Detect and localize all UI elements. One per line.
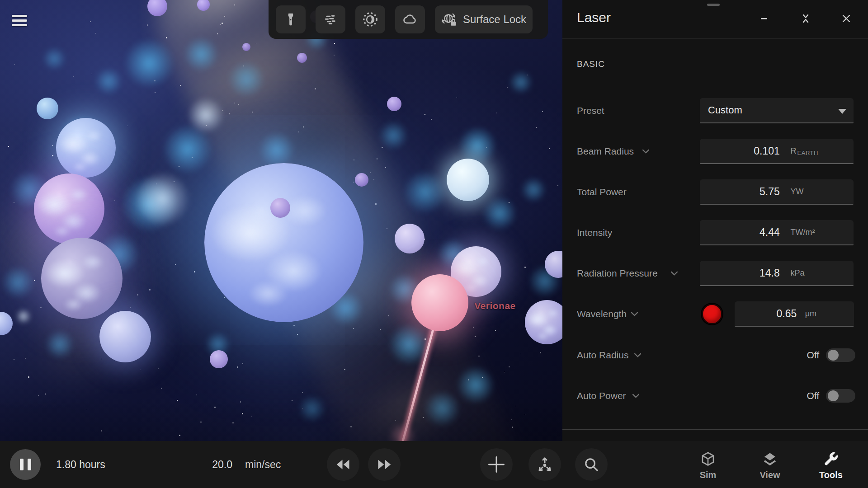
star (101, 430, 102, 432)
auto-power-label: Auto Power (577, 383, 626, 408)
chevron-down-icon[interactable] (631, 311, 638, 317)
glow-blob (292, 262, 330, 300)
laser-beam (401, 303, 441, 444)
move-object-button[interactable] (528, 448, 561, 481)
star (524, 267, 526, 268)
celestial-body[interactable] (147, 0, 167, 16)
cloud-button[interactable] (395, 5, 425, 33)
wavelength-input[interactable]: 0.65 μm (735, 301, 854, 327)
flashlight-button[interactable] (276, 5, 306, 33)
surface-lock-button[interactable]: Surface Lock (435, 5, 533, 33)
celestial-body[interactable] (395, 224, 425, 253)
star (234, 103, 235, 103)
star (475, 336, 476, 337)
view-nav-label: View (760, 470, 780, 480)
radiation-pressure-input[interactable]: 14.8 kPa (700, 261, 854, 286)
star (462, 272, 462, 272)
star (224, 16, 225, 17)
celestial-body[interactable] (297, 53, 307, 63)
star (194, 271, 195, 272)
wavelength-color-swatch[interactable] (702, 304, 722, 324)
star (324, 243, 324, 243)
space-viewport[interactable]: Verionae (0, 0, 562, 488)
preset-dropdown[interactable]: Custom (700, 98, 854, 123)
glow-blob (388, 324, 430, 365)
celestial-body[interactable] (242, 43, 250, 51)
chevron-down-icon[interactable] (670, 270, 678, 277)
celestial-body[interactable] (411, 274, 468, 331)
sim-nav-label: Sim (700, 470, 717, 480)
auto-radius-toggle[interactable] (826, 348, 855, 362)
celestial-body[interactable] (387, 97, 401, 111)
search-button[interactable] (575, 448, 608, 481)
glow-blob (60, 114, 103, 157)
auto-power-toggle[interactable] (826, 389, 855, 403)
laser-tool-panel: Laser BASIC Preset Custom (562, 0, 868, 441)
star (130, 307, 131, 308)
menu-bar (12, 24, 27, 26)
star (370, 172, 371, 173)
glow-blob (482, 196, 517, 230)
chevron-down-icon[interactable] (642, 148, 650, 155)
celestial-body[interactable] (545, 251, 562, 278)
add-object-button[interactable] (480, 448, 513, 481)
speed-up-button[interactable] (368, 448, 401, 481)
sim-nav-button[interactable]: Sim (680, 445, 736, 486)
rotation-ring-button[interactable] (355, 5, 385, 33)
celestial-body[interactable] (37, 98, 58, 119)
minimize-button[interactable] (755, 10, 773, 27)
pause-button[interactable] (10, 449, 41, 480)
celestial-body[interactable] (34, 174, 104, 244)
celestial-body[interactable] (270, 198, 290, 218)
top-toolbar: Surface Lock (269, 0, 548, 39)
slow-down-button[interactable] (327, 448, 359, 481)
beam-radius-input[interactable]: 0.101 REARTH (700, 139, 854, 164)
intensity-value: 4.44 (700, 220, 780, 244)
star (162, 8, 164, 9)
close-button[interactable] (838, 10, 855, 27)
star (536, 127, 537, 127)
close-icon (841, 13, 852, 24)
star (8, 146, 9, 147)
star (527, 75, 528, 76)
collapse-button[interactable] (797, 10, 814, 27)
glow-blob (42, 47, 66, 70)
glow-blob (124, 38, 174, 88)
star (468, 379, 469, 380)
star (354, 160, 355, 161)
star (154, 80, 156, 82)
celestial-body[interactable] (56, 118, 116, 178)
celestial-body[interactable] (204, 163, 363, 322)
celestial-body[interactable] (451, 246, 501, 297)
preset-value: Custom (708, 98, 742, 122)
chevron-down-icon[interactable] (632, 393, 640, 399)
glow-blob (389, 273, 420, 305)
intensity-input[interactable]: 4.44 TW/m² (700, 220, 854, 245)
particles-button[interactable] (316, 5, 345, 33)
sim-rate-value[interactable]: 20.0 (199, 441, 232, 488)
tools-nav-button[interactable]: Tools (803, 445, 859, 486)
celestial-body[interactable] (99, 311, 151, 362)
celestial-body[interactable] (355, 173, 368, 187)
star (158, 368, 159, 369)
celestial-body[interactable] (0, 312, 13, 335)
glow-blob (188, 97, 224, 133)
chevron-down-icon[interactable] (634, 352, 642, 358)
total-power-input[interactable]: 5.75 YW (700, 179, 854, 205)
star (28, 376, 29, 378)
celestial-body[interactable] (447, 159, 489, 201)
total-power-value: 5.75 (700, 179, 780, 204)
celestial-body[interactable] (210, 350, 228, 368)
star (344, 369, 345, 370)
collapse-icon (800, 13, 811, 24)
dotted-ring-planet-icon (363, 12, 378, 27)
menu-button[interactable] (10, 11, 31, 30)
wavelength-value: 0.65 (735, 301, 797, 326)
planet-label[interactable]: Verionae (474, 300, 516, 311)
celestial-body[interactable] (197, 0, 210, 11)
star (293, 325, 295, 326)
intensity-unit: TW/m² (791, 220, 815, 244)
celestial-body[interactable] (41, 238, 123, 319)
celestial-body[interactable] (525, 300, 562, 344)
view-nav-button[interactable]: View (742, 445, 798, 486)
